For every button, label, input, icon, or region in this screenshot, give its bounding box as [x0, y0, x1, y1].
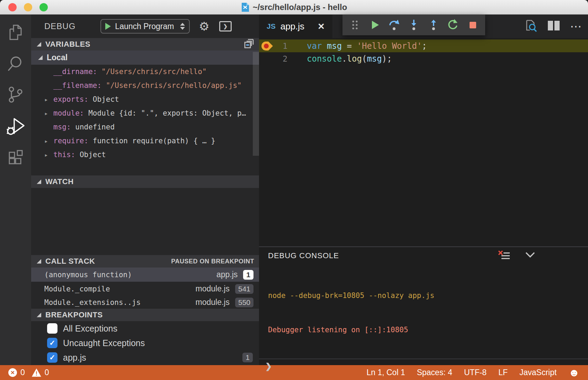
expand-twisty-icon[interactable]: ▸	[44, 96, 53, 103]
stack-frame-row[interactable]: Module._compile module.js 541	[31, 282, 259, 296]
close-window-button[interactable]	[8, 3, 17, 11]
start-debug-icon[interactable]	[105, 23, 111, 30]
console-output[interactable]: node --debug-brk=10805 --nolazy app.js D…	[259, 264, 588, 359]
line-number[interactable]: 2	[276, 54, 287, 63]
stack-frame-row[interactable]: Module._extensions..js module.js 550	[31, 296, 259, 309]
extensions-icon[interactable]	[6, 147, 25, 167]
stack-frame-row[interactable]: (anonymous function) app.js 1	[31, 268, 259, 282]
variable-row[interactable]: ▸ require: function require(path) { … }	[31, 134, 259, 148]
checkbox-checked[interactable]: ✓	[47, 338, 57, 348]
collapse-all-icon[interactable]	[244, 38, 254, 50]
collapse-twisty-icon[interactable]	[37, 180, 41, 184]
errors-indicator[interactable]: ✕ 0	[8, 368, 25, 377]
search-icon[interactable]	[6, 54, 25, 73]
collapse-twisty-icon[interactable]	[37, 42, 41, 47]
breakpoint-row[interactable]: All Exceptions	[31, 321, 259, 336]
variables-section-header[interactable]: VARIABLES	[31, 38, 259, 51]
breakpoint-label: app.js	[63, 353, 86, 363]
source-control-icon[interactable]	[6, 85, 25, 105]
step-over-icon[interactable]	[386, 16, 402, 34]
variable-value: "/Users/chris/src/hello"	[101, 67, 206, 76]
launch-config-dropdown[interactable]: Launch Program	[100, 19, 190, 34]
checkbox-checked[interactable]: ✓	[47, 352, 57, 363]
prompt-chevron-icon: ❯	[265, 362, 272, 371]
code-text[interactable]: var msg = 'Hello World';	[287, 41, 427, 51]
code-text[interactable]: console.log(msg);	[287, 54, 392, 64]
variable-name: exports:	[53, 95, 88, 103]
dropdown-stepper-icon	[180, 23, 185, 30]
toolbar-drag-handle[interactable]	[347, 16, 363, 34]
collapse-twisty-icon[interactable]	[37, 259, 41, 264]
warning-count: 0	[45, 368, 49, 377]
frame-file: module.js	[196, 298, 230, 307]
frame-line-badge: 541	[235, 284, 253, 294]
step-into-icon[interactable]	[406, 16, 421, 34]
close-tab-icon[interactable]: ✕	[318, 21, 325, 31]
minimize-window-button[interactable]	[24, 3, 32, 11]
variable-name: msg:	[53, 123, 71, 131]
watch-section-header[interactable]: WATCH	[31, 175, 259, 188]
debug-sidebar-header: DEBUG Launch Program ⚙ ❯	[31, 15, 259, 38]
split-editor-icon[interactable]	[547, 20, 560, 33]
collapse-twisty-icon	[38, 55, 43, 60]
watch-body	[31, 188, 259, 255]
variable-value: undefined	[75, 123, 115, 131]
configure-gear-icon[interactable]: ⚙	[199, 20, 209, 32]
activity-bar	[0, 15, 31, 365]
variable-row[interactable]: __filename: "/Users/chris/src/hello/app.…	[31, 79, 259, 92]
variable-row[interactable]: ▸ this: Object	[31, 148, 259, 162]
scope-local-row[interactable]: Local	[31, 51, 259, 65]
code-editor[interactable]: 1 var msg = 'Hello World'; 2 console.log…	[259, 38, 588, 246]
clear-console-icon[interactable]	[497, 249, 511, 263]
open-preview-icon[interactable]	[524, 19, 537, 34]
debug-console-panel: DEBUG CONSOLE node	[259, 246, 588, 365]
debug-icon[interactable]	[6, 116, 25, 136]
variable-row[interactable]: __dirname: "/Users/chris/src/hello"	[31, 65, 259, 79]
variable-row[interactable]: ▸ exports: Object	[31, 92, 259, 106]
watch-title: WATCH	[45, 177, 74, 186]
tab-appjs[interactable]: JS app.js ✕	[259, 15, 332, 38]
frame-name: Module._compile	[44, 285, 110, 293]
line-number[interactable]: 1	[276, 42, 287, 51]
more-actions-icon[interactable]: ⋯	[570, 20, 582, 32]
code-line[interactable]: 2 console.log(msg);	[259, 52, 588, 65]
expand-twisty-icon[interactable]: ▸	[44, 151, 53, 159]
variable-row[interactable]: msg: undefined	[31, 120, 259, 134]
window-controls	[8, 3, 48, 11]
variables-title: VARIABLES	[45, 40, 90, 49]
collapse-panel-icon[interactable]	[524, 251, 536, 261]
expand-twisty-icon[interactable]: ▸	[44, 137, 53, 145]
frame-name: Module._extensions..js	[44, 298, 141, 307]
panel-header: DEBUG CONSOLE	[259, 247, 588, 264]
warnings-indicator[interactable]: ! 0	[32, 368, 49, 377]
zoom-window-button[interactable]	[39, 3, 48, 11]
frame-name: (anonymous function)	[44, 271, 132, 279]
expand-twisty-icon[interactable]: ▸	[44, 110, 53, 117]
variable-row[interactable]: ▸ module: Module {id: ".", exports: Obje…	[31, 106, 259, 120]
variable-name: __dirname:	[53, 67, 97, 76]
restart-icon[interactable]	[445, 16, 461, 34]
call-stack-section-header[interactable]: CALL STACK PAUSED ON BREAKPOINT	[31, 255, 259, 268]
paused-status-badge: PAUSED ON BREAKPOINT	[171, 258, 254, 265]
sidebar-scrollbar[interactable]	[253, 52, 259, 156]
variable-name: this:	[53, 151, 75, 159]
open-debug-console-icon[interactable]: ❯	[219, 21, 232, 31]
code-line[interactable]: 1 var msg = 'Hello World';	[259, 39, 588, 52]
vscode-icon	[241, 2, 249, 12]
breakpoints-title: BREAKPOINTS	[45, 310, 103, 319]
breakpoint-row[interactable]: ✓ Uncaught Exceptions	[31, 336, 259, 350]
variable-name: module:	[53, 109, 84, 117]
variable-name: __filename:	[53, 81, 101, 90]
explorer-icon[interactable]	[6, 23, 25, 42]
collapse-twisty-icon[interactable]	[37, 313, 41, 317]
breakpoints-section-header[interactable]: BREAKPOINTS	[31, 309, 259, 321]
console-input[interactable]: ❯	[259, 359, 588, 373]
breakpoint-current-line-icon[interactable]	[259, 41, 276, 51]
javascript-file-icon: JS	[267, 22, 276, 30]
continue-icon[interactable]	[367, 16, 382, 34]
variable-value: function require(path) { … }	[93, 137, 215, 145]
step-out-icon[interactable]	[426, 16, 441, 34]
stop-icon[interactable]	[465, 16, 480, 34]
checkbox-unchecked[interactable]	[47, 323, 57, 334]
breakpoint-row[interactable]: ✓ app.js 1	[31, 350, 259, 365]
